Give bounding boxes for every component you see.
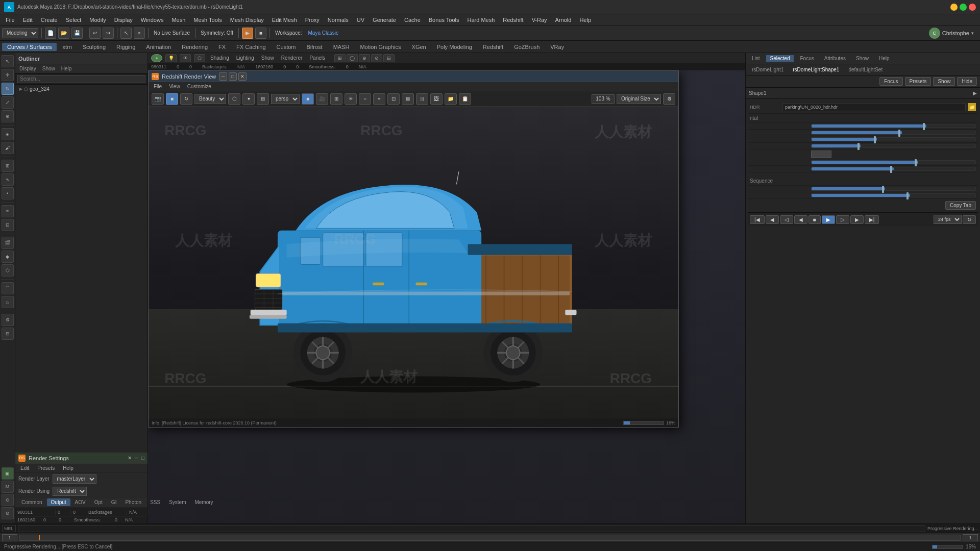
rs-tab-sss[interactable]: SSS	[146, 498, 164, 506]
slider-handle-6[interactable]	[890, 166, 892, 173]
go-end-btn[interactable]: ▶|	[865, 215, 879, 224]
stab-motion-graphics[interactable]: Motion Graphics	[355, 43, 406, 51]
rv-camera-btn[interactable]: 📷	[152, 93, 164, 105]
stab-poly-modeling[interactable]: Poly Modeling	[432, 43, 477, 51]
rp-light-3[interactable]: defaultLightSet	[845, 67, 886, 72]
menu-modify[interactable]: Modify	[86, 16, 109, 24]
rv-folder-btn[interactable]: 📁	[445, 93, 457, 105]
menu-edit[interactable]: Edit	[19, 16, 36, 24]
rv-menu-file[interactable]: File	[151, 84, 165, 89]
rs-tab-common[interactable]: Common	[17, 498, 46, 506]
rv-gear-btn[interactable]: ⚙	[663, 93, 675, 105]
rv-safe-btn[interactable]: ⊡	[387, 93, 400, 105]
layer-editor-icon[interactable]: ⊟	[2, 219, 14, 231]
vp-icon-4[interactable]: ⊙	[371, 54, 382, 62]
outliner-help-tab[interactable]: Help	[59, 65, 74, 72]
rp-light-1[interactable]: rsDomeLight1	[749, 67, 787, 72]
shading-btn[interactable]: ●	[151, 54, 162, 62]
menu-hard-mesh[interactable]: Hard Mesh	[463, 16, 498, 24]
rp-expand-btn[interactable]: ▶	[973, 90, 977, 96]
rotate-tool-icon[interactable]: ↻	[2, 83, 14, 95]
menu-cache[interactable]: Cache	[401, 16, 424, 24]
prev-key-btn[interactable]: ◁	[780, 215, 793, 224]
minimize-btn[interactable]	[950, 4, 958, 11]
rv-image-area[interactable]: RRCG RRCG 人人素材 人人素材 RRCG 人人素材 RRCG 人人素材 …	[149, 107, 678, 418]
stab-rendering[interactable]: Rendering	[177, 43, 213, 51]
rs-close-btn[interactable]: ✕	[128, 455, 132, 461]
rv-grid-btn[interactable]: ⊞	[330, 93, 342, 105]
menu-arnold[interactable]: Arnold	[552, 16, 575, 24]
mel-input[interactable]	[18, 525, 925, 532]
redo-btn[interactable]: ↪	[103, 28, 114, 39]
menu-mesh[interactable]: Mesh	[168, 16, 189, 24]
menu-redshift[interactable]: Redshift	[499, 16, 527, 24]
stab-mash[interactable]: MASH	[328, 43, 355, 51]
universal-tool-icon[interactable]: ⊕	[2, 110, 14, 122]
stab-animation[interactable]: Animation	[141, 43, 176, 51]
renderer-btn[interactable]: ⬡	[194, 54, 205, 62]
menu-mesh-display[interactable]: Mesh Display	[227, 16, 267, 24]
menu-normals[interactable]: Normals	[324, 16, 352, 24]
close-btn[interactable]	[969, 4, 976, 11]
vp-icon-2[interactable]: ◯	[347, 54, 358, 62]
vp-icon-3[interactable]: ⊕	[359, 54, 370, 62]
open-btn[interactable]: 📂	[58, 28, 69, 39]
menu-windows[interactable]: Windows	[137, 16, 167, 24]
tool-settings-icon[interactable]: ⚙	[2, 314, 14, 326]
stop-render-btn[interactable]: ■	[255, 28, 266, 39]
color-swatch[interactable]	[811, 151, 831, 158]
slider-handle-1[interactable]	[923, 123, 925, 130]
rp-focus-btn[interactable]: Focus	[879, 77, 902, 86]
rv-frame-btn[interactable]: ⊞	[257, 93, 269, 105]
next-frame-btn[interactable]: ▶	[850, 215, 864, 224]
menu-help[interactable]: Help	[576, 16, 595, 24]
stab-bifrost[interactable]: Bifrost	[301, 43, 327, 51]
lighting-btn[interactable]: 💡	[165, 54, 177, 62]
move-tool-icon[interactable]: ✛	[2, 69, 14, 81]
outliner-search-input[interactable]	[17, 75, 145, 83]
viewport-3d[interactable]: RS Redshift Render View ─ □ ✕ File View …	[148, 70, 745, 523]
undo-btn[interactable]: ↩	[89, 28, 101, 39]
menu-create[interactable]: Create	[37, 16, 61, 24]
outliner-show-tab[interactable]: Show	[40, 65, 57, 72]
rs-tab-opt[interactable]: Opt	[90, 498, 107, 506]
fps-dropdown[interactable]: 24 fps	[934, 215, 962, 224]
menu-generate[interactable]: Generate	[369, 16, 400, 24]
slider-handle-8[interactable]	[906, 192, 909, 199]
rs-max-btn[interactable]: □	[141, 455, 144, 461]
slider-handle-4[interactable]	[857, 143, 860, 150]
stab-fx[interactable]: FX	[213, 43, 231, 51]
rs-tab-aov[interactable]: AOV	[71, 498, 90, 506]
maximize-btn[interactable]	[960, 4, 967, 11]
rs-tab-photon[interactable]: Photon	[121, 498, 145, 506]
renderer-tab-label[interactable]: Renderer	[279, 55, 305, 61]
rp-presets-btn[interactable]: Presets	[905, 77, 932, 86]
stab-rigging[interactable]: Rigging	[111, 43, 140, 51]
stab-curves-surfaces[interactable]: Curves / Surfaces	[2, 43, 57, 51]
panels-tab-label[interactable]: Panels	[307, 55, 327, 61]
viewport-icon-2[interactable]: M	[2, 481, 14, 493]
menu-proxy[interactable]: Proxy	[302, 16, 323, 24]
deform-icon[interactable]: ⌂	[2, 296, 14, 308]
render-btn[interactable]: ▶	[242, 28, 253, 39]
hdr-browse-btn[interactable]: 📁	[968, 103, 976, 111]
slider-handle-3[interactable]	[874, 136, 876, 143]
rv-img-btn[interactable]: 🖼	[430, 93, 443, 105]
menu-bonus-tools[interactable]: Bonus Tools	[425, 16, 463, 24]
hypershade-icon[interactable]: ◆	[2, 251, 14, 263]
viewport-icon-3[interactable]: ⊙	[2, 494, 14, 506]
slider-handle-5[interactable]	[915, 159, 917, 166]
uv-editor-icon[interactable]: ⬡	[2, 264, 14, 277]
menu-vray[interactable]: V-Ray	[528, 16, 551, 24]
rs-menu-edit[interactable]: Edit	[17, 465, 32, 471]
next-key-btn[interactable]: ▷	[836, 215, 849, 224]
stab-redshift[interactable]: Redshift	[478, 43, 508, 51]
show-tab-label[interactable]: Show	[259, 55, 276, 61]
rv-chevron-btn[interactable]: ▾	[242, 93, 255, 105]
stab-fx-caching[interactable]: FX Caching	[231, 43, 271, 51]
outliner-display-tab[interactable]: Display	[17, 65, 38, 72]
viewport-icon-4[interactable]: ⊚	[2, 507, 14, 519]
menu-file[interactable]: File	[2, 16, 18, 24]
rp-light-2[interactable]: rsDomeLightShape1	[790, 67, 842, 72]
paint-icon[interactable]: 🖌	[2, 142, 14, 154]
